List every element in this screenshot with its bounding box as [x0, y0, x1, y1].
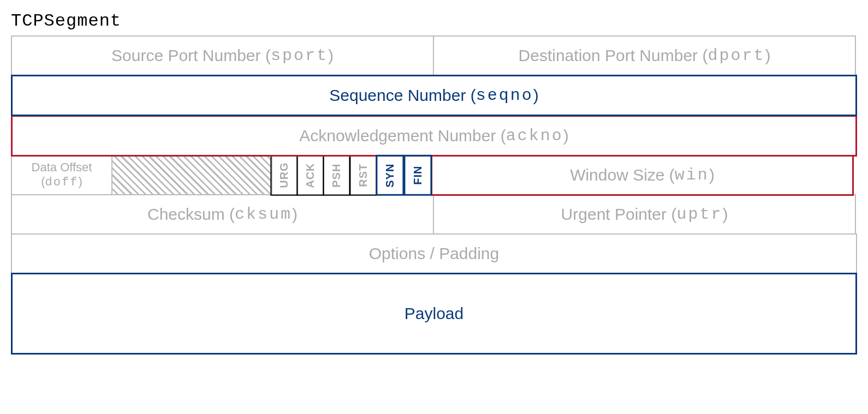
flags-group: URG ACK PSH RST SYN FIN — [271, 155, 432, 196]
label-sport: Source Port Number — [111, 46, 260, 65]
label-win: Window Size — [570, 166, 664, 184]
code-win: win — [675, 166, 709, 184]
field-urgent-pointer: Urgent Pointer (uptr) — [433, 194, 856, 235]
field-source-port: Source Port Number (sport) — [11, 35, 434, 76]
row-options: Options / Padding — [11, 233, 857, 274]
field-ack-number: Acknowledgement Number (ackno) — [11, 115, 857, 157]
field-options-padding: Options / Padding — [11, 233, 857, 274]
flag-urg: URG — [270, 155, 298, 196]
field-sequence-number: Sequence Number (seqno) — [11, 75, 857, 116]
label-cksum: Checksum — [147, 205, 225, 224]
label-payload: Payload — [405, 304, 463, 323]
flag-rst: RST — [349, 155, 377, 196]
tcp-segment-diagram: Source Port Number (sport) Destination P… — [11, 35, 857, 355]
diagram-title: TCPSegment — [11, 11, 857, 31]
label-ackno: Acknowledgement Number — [299, 127, 496, 145]
row-ports: Source Port Number (sport) Destination P… — [11, 35, 857, 76]
label-options: Options / Padding — [369, 244, 500, 263]
label-seqno: Sequence Number — [329, 86, 466, 105]
flag-psh: PSH — [323, 155, 350, 196]
field-checksum: Checksum (cksum) — [11, 194, 434, 235]
flag-ack: ACK — [296, 155, 324, 196]
row-ackno: Acknowledgement Number (ackno) — [11, 115, 857, 157]
code-sport: sport — [271, 46, 328, 65]
label-doff: Data Offset — [32, 160, 92, 175]
code-uptr: uptr — [676, 205, 722, 224]
code-seqno: seqno — [476, 86, 533, 105]
row-checksum-uptr: Checksum (cksum) Urgent Pointer (uptr) — [11, 194, 857, 235]
label-uptr: Urgent Pointer — [561, 205, 667, 224]
row-payload: Payload — [11, 273, 857, 355]
field-window-size: Window Size (win) — [431, 155, 854, 196]
row-flags-window: Data Offset (doff) URG ACK PSH RST SYN F… — [11, 155, 857, 196]
field-data-offset: Data Offset (doff) — [11, 155, 112, 196]
code-dport: dport — [708, 46, 765, 65]
flag-syn: SYN — [376, 155, 404, 196]
code-cksum: cksum — [235, 205, 292, 224]
label-dport: Destination Port Number — [519, 46, 698, 65]
field-payload: Payload — [11, 273, 857, 355]
flag-fin: FIN — [403, 155, 432, 196]
code-doff: doff — [45, 176, 79, 189]
code-ackno: ackno — [506, 127, 563, 145]
field-reserved — [111, 155, 272, 196]
field-dest-port: Destination Port Number (dport) — [433, 35, 856, 76]
row-seqno: Sequence Number (seqno) — [11, 75, 857, 116]
